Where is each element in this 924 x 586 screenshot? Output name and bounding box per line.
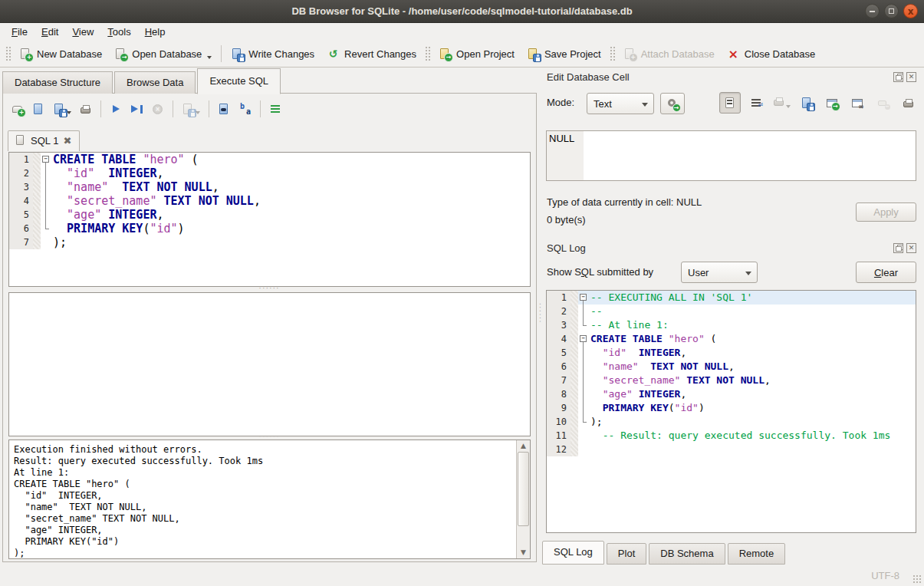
results-scrollbar[interactable]: ▲ ▼ <box>516 440 530 558</box>
close-sql-tab-icon[interactable]: ✖ <box>63 136 71 146</box>
dock-tab-remote[interactable]: Remote <box>728 543 786 565</box>
toolbar-grip[interactable] <box>610 46 615 61</box>
close-icon: ✕ <box>907 73 916 81</box>
stop-execution-button: × <box>149 100 166 118</box>
sql-editor[interactable]: 1−CREATE TABLE "hero" (2 "id" INTEGER,3 … <box>8 152 531 287</box>
close-icon: x <box>904 5 917 18</box>
cell-value-editor[interactable]: NULL <box>546 130 916 181</box>
clear-log-button[interactable]: Clear <box>856 262 916 283</box>
cell-size-info: 0 byte(s) <box>547 214 586 226</box>
open-sql-file-button[interactable] <box>30 100 48 118</box>
format-sql-icon <box>269 103 282 116</box>
open-sql-tab-button[interactable]: + <box>9 100 27 118</box>
revert-changes-icon: ↺ <box>327 48 340 61</box>
sql-document-icon <box>16 135 26 146</box>
execute-all-icon <box>110 103 123 116</box>
execution-status-pane: Execution finished without errors.Result… <box>8 440 531 559</box>
find-replace-button[interactable]: ba <box>236 100 254 118</box>
menu-edit[interactable]: Edit <box>35 25 65 39</box>
tab-database-structure[interactable]: Database Structure <box>2 71 113 94</box>
execution-status-text[interactable]: Execution finished without errors.Result… <box>9 440 517 558</box>
close-database-button[interactable]: × Close Database <box>721 44 822 64</box>
menu-help[interactable]: Help <box>138 25 173 39</box>
execute-all-button[interactable] <box>107 100 125 118</box>
tab-browse-data[interactable]: Browse Data <box>114 71 196 94</box>
maximize-button[interactable] <box>884 4 899 18</box>
copy-link-icon: ∞ <box>851 97 864 110</box>
main-tabbar: Database Structure Browse Data Execute S… <box>2 69 282 94</box>
window-title: DB Browser for SQLite - /home/user/code/… <box>291 5 632 17</box>
format-sql-button[interactable] <box>267 100 284 118</box>
mode-select[interactable]: Text <box>587 93 654 114</box>
save-sql-file-button[interactable] <box>51 100 74 118</box>
text-mode-icon <box>724 97 737 110</box>
open-database-button[interactable]: → Open Database <box>108 44 218 64</box>
float-dock-button[interactable] <box>893 243 903 253</box>
sql-editor-tab[interactable]: SQL 1 ✖ <box>8 130 80 151</box>
find-icon <box>218 103 231 116</box>
float-dock-button[interactable] <box>893 72 903 82</box>
print-cell-button[interactable] <box>898 93 918 113</box>
print-sql-button[interactable] <box>77 100 94 118</box>
attach-database-button: + Attach Database <box>617 44 721 64</box>
scrollbar-thumb[interactable] <box>518 452 529 526</box>
set-null-icon: − <box>876 97 889 110</box>
write-changes-button[interactable]: Write Changes <box>225 44 321 64</box>
execute-line-button[interactable] <box>128 100 146 118</box>
open-sql-tab-icon: + <box>12 103 25 116</box>
find-button[interactable] <box>215 100 233 118</box>
menu-file[interactable]: File <box>5 25 35 39</box>
save-results-icon <box>182 103 195 116</box>
print-cell-icon <box>902 97 915 110</box>
dock-tab-plot[interactable]: Plot <box>607 543 646 565</box>
sql-editor-tabbar: SQL 1 ✖ <box>8 127 80 151</box>
revert-changes-button[interactable]: ↺ Revert Changes <box>321 44 423 64</box>
stop-icon: × <box>151 103 164 116</box>
open-external-icon: → <box>826 97 839 110</box>
tab-execute-sql[interactable]: Execute SQL <box>197 68 281 94</box>
sql-log-view[interactable]: 1−-- EXECUTING ALL IN 'SQL 1'2--3-- At l… <box>546 290 916 533</box>
sql-log-dock-title: SQL Log <box>547 242 586 254</box>
resize-grip[interactable] <box>912 574 922 584</box>
find-replace-icon: ba <box>238 103 252 116</box>
open-sql-file-icon <box>32 103 45 116</box>
new-database-button[interactable]: + New Database <box>13 44 108 64</box>
menu-view[interactable]: View <box>65 25 100 39</box>
edit-cell-dock-title: Edit Database Cell <box>547 71 630 83</box>
sql-log-filter-select[interactable]: User <box>681 262 758 283</box>
menu-tools[interactable]: Tools <box>100 25 137 39</box>
close-dock-button[interactable]: ✕ <box>906 72 916 82</box>
main-toolbar: + New Database → Open Database Write Cha… <box>0 41 924 67</box>
open-project-button[interactable]: → Open Project <box>432 44 521 64</box>
close-database-icon: × <box>727 48 740 61</box>
dock-tabbar: SQL Log Plot DB Schema Remote <box>542 541 788 565</box>
close-icon: ✕ <box>907 244 916 252</box>
maximize-icon <box>889 8 894 14</box>
encoding-indicator[interactable]: UTF-8 <box>871 570 899 581</box>
close-window-button[interactable]: x <box>903 4 918 18</box>
open-database-icon: → <box>114 48 127 61</box>
close-dock-button[interactable]: ✕ <box>906 243 916 253</box>
auto-switch-mode-button[interactable]: → <box>660 93 685 114</box>
copy-link-button[interactable]: ∞ <box>847 93 867 113</box>
minimize-button[interactable] <box>865 4 880 18</box>
export-text-button[interactable] <box>797 93 817 113</box>
new-database-icon: + <box>19 48 32 61</box>
dock-tab-sql-log[interactable]: SQL Log <box>542 541 604 565</box>
chevron-down-icon <box>642 103 648 107</box>
import-text-button <box>771 93 791 113</box>
results-table-pane <box>8 292 531 436</box>
scroll-down-icon[interactable]: ▼ <box>517 547 530 558</box>
save-project-button[interactable]: Save Project <box>521 44 607 64</box>
open-external-button[interactable]: → <box>822 93 842 113</box>
scroll-up-icon[interactable]: ▲ <box>517 440 530 452</box>
open-project-icon: → <box>439 48 452 61</box>
toolbar-grip[interactable] <box>425 46 430 61</box>
show-sql-filter-label: Show SQL submitted by <box>547 266 653 278</box>
toolbar-grip[interactable] <box>5 46 11 61</box>
menubar: File Edit View Tools Help <box>0 23 924 41</box>
text-mode-button[interactable] <box>719 92 741 114</box>
dock-tab-db-schema[interactable]: DB Schema <box>649 543 725 565</box>
word-wrap-button[interactable]: ⏎ <box>746 93 766 113</box>
apply-button: Apply <box>856 202 916 222</box>
